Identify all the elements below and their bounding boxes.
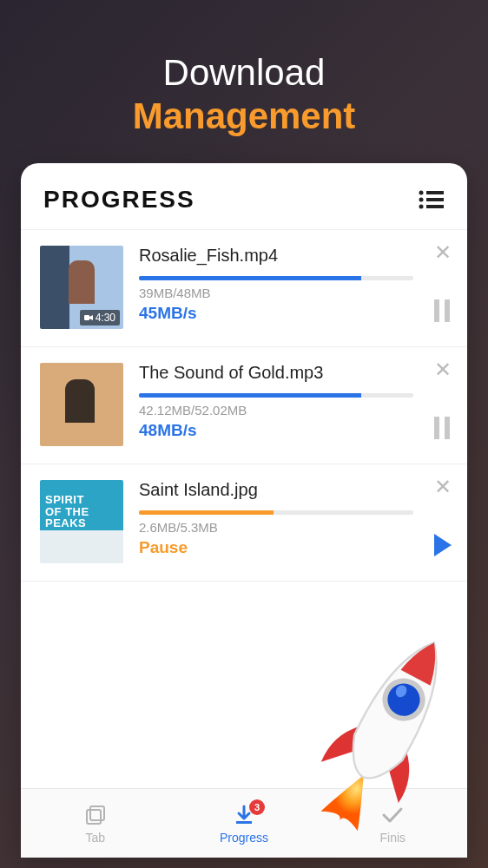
svg-rect-5 [426,205,444,208]
pause-icon [432,299,452,322]
thumbnail: 4:30 [40,246,123,329]
video-camera-icon [84,314,93,321]
thumbnail [40,363,123,446]
svg-rect-9 [434,417,439,439]
thumb-caption: SPIRITOF THEPEAKS [45,494,89,529]
svg-rect-3 [426,198,444,201]
svg-point-0 [419,191,424,195]
download-icon: 3 [169,803,318,827]
nav-label: Progress [169,831,318,845]
svg-rect-7 [434,299,439,322]
svg-rect-11 [87,810,101,824]
pause-icon [432,417,452,439]
tabs-icon [21,803,169,827]
download-info: Saint Island.jpg 2.6MB/5.3MB Pause [123,480,448,563]
close-icon[interactable]: ✕ [434,477,452,497]
size-text: 2.6MB/5.3MB [139,520,413,535]
svg-point-2 [419,198,424,202]
list-view-icon[interactable] [419,190,445,209]
thumbnail: SPIRITOF THEPEAKS [40,480,123,563]
pause-button[interactable] [432,417,452,443]
speed-text: 45MB/s [139,304,413,323]
close-icon[interactable]: ✕ [434,359,452,380]
play-icon [432,534,452,556]
pause-button[interactable] [432,299,452,326]
progress-bar [139,510,413,515]
video-duration-badge: 4:30 [80,310,120,326]
progress-bar [139,393,413,398]
progress-fill [139,276,361,280]
svg-rect-13 [236,821,252,824]
close-icon[interactable]: ✕ [434,242,452,263]
nav-tab[interactable]: Tab [21,803,169,845]
page-title: PROGRESS [43,186,195,214]
nav-label: Finis [319,831,467,845]
size-text: 39MB/48MB [139,286,413,300]
svg-rect-8 [445,299,450,322]
nav-label: Tab [21,831,169,845]
progress-card: PROGRESS 4:30 Rosalie_Fish.mp4 39MB/48MB… [21,163,467,858]
duration-text: 4:30 [96,312,115,324]
play-button[interactable] [432,534,452,560]
svg-rect-6 [84,315,89,320]
filename: Saint Island.jpg [139,480,413,500]
hero-title-line2: Management [0,95,488,137]
speed-text: 48MB/s [139,421,413,440]
check-icon [319,803,467,827]
progress-bar [139,276,413,280]
card-header: PROGRESS [21,163,467,230]
progress-fill [139,393,361,398]
badge-count: 3 [249,799,265,815]
filename: The Sound of Gold.mp3 [139,363,413,383]
size-text: 42.12MB/52.02MB [139,403,413,418]
download-item[interactable]: 4:30 Rosalie_Fish.mp4 39MB/48MB 45MB/s ✕ [21,230,467,347]
svg-point-4 [419,205,424,209]
svg-rect-1 [426,191,444,194]
svg-rect-12 [90,806,104,820]
download-info: The Sound of Gold.mp3 42.12MB/52.02MB 48… [123,363,448,446]
filename: Rosalie_Fish.mp4 [139,246,413,266]
svg-rect-10 [445,417,450,439]
bottom-nav: Tab 3 Progress Finis [21,788,467,858]
hero: Download Management [0,0,488,163]
status-text: Pause [139,538,413,557]
nav-finished[interactable]: Finis [319,803,467,845]
download-item[interactable]: SPIRITOF THEPEAKS Saint Island.jpg 2.6MB… [21,464,467,582]
progress-fill [139,510,274,515]
download-item[interactable]: The Sound of Gold.mp3 42.12MB/52.02MB 48… [21,347,467,464]
hero-title-line1: Download [0,52,488,94]
nav-progress[interactable]: 3 Progress [169,803,318,845]
download-info: Rosalie_Fish.mp4 39MB/48MB 45MB/s [123,246,448,329]
